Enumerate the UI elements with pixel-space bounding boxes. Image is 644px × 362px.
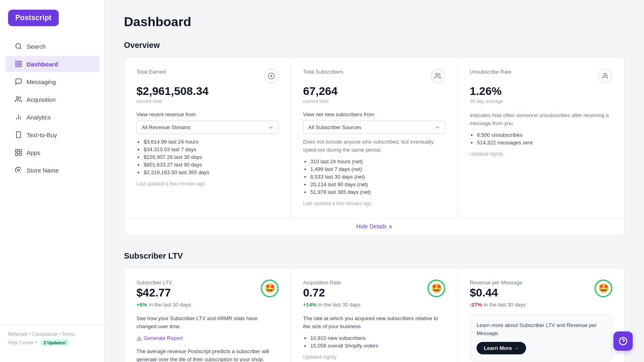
bullet-item: $34,313.03 last 7 days	[144, 146, 279, 152]
sidebar-item-text-to-buy[interactable]: Text-to-Buy	[5, 127, 99, 143]
bullet-item: $2,319,163.50 last 365 days	[144, 169, 279, 175]
unsubscribe-label: Unsubscribe Rate	[470, 69, 511, 75]
sidebar: Postscript Search Dashboard Messaging Ac…	[0, 0, 105, 362]
ltv-desc1: See how your Subscriber LTV and ARMR sta…	[136, 315, 279, 330]
bullet-item: $3,614.99 last 24 hours	[144, 139, 279, 145]
text-to-buy-icon	[14, 131, 23, 139]
sidebar-item-label: Store Name	[27, 167, 59, 174]
terms-link[interactable]: Terms	[62, 331, 75, 337]
acquisition-updated: Updated nightly	[303, 354, 445, 360]
sidebar-item-label: Search	[27, 43, 46, 50]
bullet-item: 8,533 last 30 days (net)	[310, 174, 445, 180]
rpm-sub-card: Learn more about Subscriber LTV and Reve…	[470, 315, 612, 361]
sidebar-item-search[interactable]: Search	[5, 38, 99, 54]
store-icon	[14, 166, 23, 174]
bullet-item: 10,915 new subscribers	[310, 335, 445, 341]
unsubscribe-value: 1.26%	[470, 85, 612, 98]
sidebar-item-analytics[interactable]: Analytics	[5, 109, 99, 125]
svg-rect-5	[19, 65, 21, 67]
bullet-item: 6,500 unsubscribes	[477, 132, 612, 138]
sidebar-footer: Referrals • Compliance • Terms Help Cent…	[0, 325, 104, 352]
subscriber-sources-dropdown[interactable]: All Subscriber Sources Organic Paid	[303, 121, 445, 134]
acquisition-rate-card: Acquisition Rate 0.72 +14% in the last 3…	[291, 268, 458, 362]
acquisition-change: +14%	[303, 302, 317, 308]
hide-details-row: Hide Details ∧	[124, 218, 624, 235]
sidebar-item-store-name[interactable]: Store Name	[5, 162, 99, 178]
bullet-item: 15,058 overall Shopify orders	[310, 343, 445, 349]
help-center-link[interactable]: Help Center	[8, 340, 34, 346]
help-fab-button[interactable]	[613, 331, 633, 351]
subscribers-updated: Last updated a few minutes ago	[303, 201, 445, 206]
rpm-label: Revenue per Message	[470, 280, 526, 286]
bullet-item: $226,907.26 last 30 days	[144, 154, 279, 160]
svg-rect-14	[16, 153, 18, 156]
sidebar-item-label: Messaging	[27, 78, 56, 85]
sidebar-item-label: Analytics	[27, 114, 51, 121]
learn-more-button[interactable]: Learn More →	[477, 342, 526, 354]
sidebar-item-label: Dashboard	[27, 61, 58, 68]
svg-point-19	[436, 73, 438, 76]
acquisition-value: 0.72	[303, 286, 361, 299]
ltv-label: Subscriber LTV	[136, 280, 191, 286]
referrals-link[interactable]: Referrals	[8, 331, 28, 337]
bullet-item: $801,633.27 last 90 days	[144, 162, 279, 168]
bullet-item: 310 last 24 hours (net)	[310, 158, 445, 165]
revenue-streams-dropdown[interactable]: All Revenue Streams SMS Email	[136, 121, 279, 134]
rpm-value: $0.44	[470, 286, 526, 299]
sidebar-item-acquisition[interactable]: Acquisition	[5, 91, 99, 107]
page-title: Dashboard	[124, 14, 625, 29]
svg-rect-4	[16, 65, 18, 67]
bullet-item: 20,114 last 90 days (net)	[310, 181, 445, 187]
acquisition-emoji-icon: 🤩	[427, 280, 445, 297]
sidebar-item-apps[interactable]: Apps	[5, 144, 99, 160]
revenue-dropdown-label: View recent revenue from	[136, 111, 279, 117]
svg-point-0	[16, 43, 21, 48]
search-icon	[14, 42, 23, 50]
subscribers-dropdown-label: View net new subscribers from	[303, 111, 445, 117]
svg-rect-13	[19, 150, 22, 152]
hide-details-button[interactable]: Hide Details ∧	[356, 223, 392, 230]
apps-icon	[14, 148, 23, 156]
sidebar-item-messaging[interactable]: Messaging	[5, 74, 99, 90]
messaging-icon	[14, 78, 23, 86]
svg-line-1	[20, 47, 21, 49]
analytics-icon	[14, 113, 23, 121]
overview-cards: Total Earned $2,961,508.34 current total…	[124, 57, 625, 235]
rpm-sub-card-text: Learn more about Subscriber LTV and Reve…	[477, 321, 605, 337]
total-subscribers-card: Total Subscribers 67,264 current total V…	[291, 58, 458, 218]
ltv-emoji-icon: 🤩	[261, 280, 279, 297]
total-subscribers-value: 67,264	[303, 85, 445, 98]
unsubscribe-bullets: 6,500 unsubscribes 514,322 messages sent	[470, 132, 612, 146]
app-logo[interactable]: Postscript	[8, 10, 59, 26]
dollar-icon	[264, 69, 279, 83]
bullet-item: 1,499 last 7 days (net)	[310, 166, 445, 172]
acquisition-bullets: 10,915 new subscribers 15,058 overall Sh…	[303, 335, 445, 349]
sidebar-item-label: Acquisition	[27, 96, 56, 103]
ltv-card: Subscriber LTV $42.77 +6% in the last 30…	[124, 268, 291, 362]
subscriber-bullets: 310 last 24 hours (net) 1,499 last 7 day…	[303, 158, 445, 195]
ltv-cards: Subscriber LTV $42.77 +6% in the last 30…	[124, 268, 625, 362]
bullet-item: 514,322 messages sent	[477, 140, 612, 146]
main-content: Dashboard Overview Total Earned $2,961,5…	[105, 0, 644, 362]
svg-rect-15	[19, 153, 22, 156]
total-earned-sub: current total	[136, 99, 279, 104]
unsubscribe-sub: 30 day average	[470, 99, 612, 104]
ltv-value: $42.77	[136, 286, 191, 299]
acquisition-desc: The rate at which you acquired new subsc…	[303, 315, 445, 330]
total-subscribers-label: Total Subscribers	[303, 69, 343, 75]
total-subscribers-sub: current total	[303, 99, 445, 104]
unsubscribe-updated: Updated nightly	[470, 151, 612, 157]
unsubscribe-rate-card: Unsubscribe Rate 1.26% 30 day average In…	[458, 58, 624, 218]
total-earned-card: Total Earned $2,961,508.34 current total…	[124, 58, 291, 218]
rpm-change-text: in the last 30 days	[484, 302, 526, 308]
sidebar-item-dashboard[interactable]: Dashboard	[5, 56, 99, 72]
generate-report-link[interactable]: Generate Report	[136, 335, 279, 341]
svg-point-16	[18, 169, 20, 171]
sidebar-item-label: Apps	[27, 149, 40, 156]
compliance-link[interactable]: Compliance	[32, 331, 58, 337]
updates-badge[interactable]: 2 Updates!	[40, 339, 69, 346]
acquisition-change-text: in the last 30 days	[318, 302, 361, 308]
revenue-per-message-card: Revenue per Message $0.44 -27% in the la…	[458, 268, 624, 362]
acquisition-icon	[14, 95, 23, 103]
bullet-item: 51,978 last 365 days (net)	[310, 189, 445, 195]
